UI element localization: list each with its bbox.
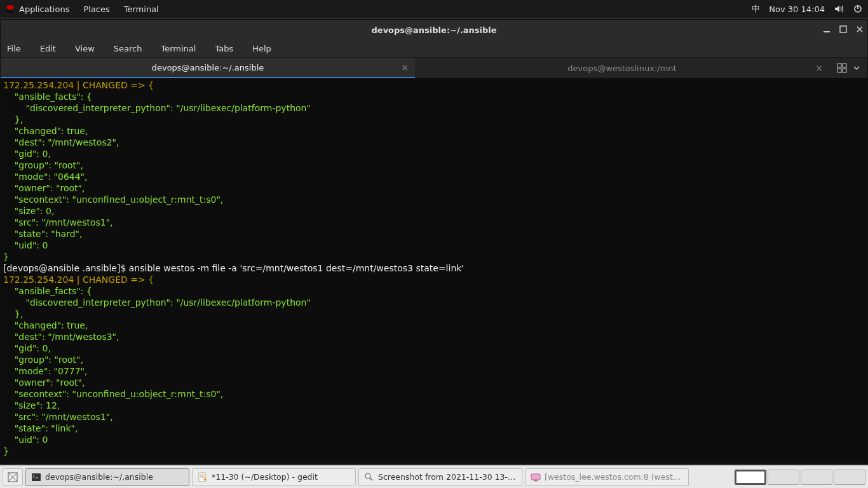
menu-search[interactable]: Search xyxy=(110,43,146,55)
gedit-icon xyxy=(198,472,208,482)
image-viewer-icon xyxy=(364,472,374,482)
task-terminal[interactable]: devops@ansible:~/.ansible xyxy=(25,468,189,486)
svg-rect-1 xyxy=(857,5,858,9)
tab-menu-chevron-icon[interactable] xyxy=(853,65,860,71)
clock[interactable]: Nov 30 14:04 xyxy=(769,4,825,14)
tab-ansible[interactable]: devops@ansible:~/.ansible × xyxy=(1,58,415,78)
vnc-icon xyxy=(531,472,541,482)
task-label: [westos_lee.westos.com:8 (westos)… xyxy=(545,472,683,482)
terminal-tabbar: devops@ansible:~/.ansible × devops@westo… xyxy=(1,58,867,78)
task-screenshot[interactable]: Screenshot from 2021-11-30 13-4… xyxy=(358,468,522,486)
show-desktop-icon xyxy=(8,472,18,482)
svg-rect-12 xyxy=(531,474,540,480)
menu-view[interactable]: View xyxy=(71,43,98,55)
terminal-icon xyxy=(31,472,41,482)
ansible-result-body: "ansible_facts": { "discovered_interpret… xyxy=(3,92,311,262)
task-vnc[interactable]: [westos_lee.westos.com:8 (westos)… xyxy=(525,468,689,486)
menu-help[interactable]: Help xyxy=(248,43,275,55)
desktop-topbar: Applications Places Terminal 中 Nov 30 14… xyxy=(0,0,868,18)
volume-icon[interactable] xyxy=(834,4,844,14)
shell-prompt: [devops@ansible .ansible]$ xyxy=(3,263,129,273)
redhat-icon xyxy=(5,4,15,14)
task-gedit[interactable]: *11-30 (~/Desktop) - gedit xyxy=(192,468,356,486)
ansible-result-header: 172.25.254.204 | CHANGED => { xyxy=(3,274,154,285)
tab-label: devops@westoslinux:/mnt xyxy=(567,64,676,73)
show-desktop-button[interactable] xyxy=(3,468,23,486)
window-title: devops@ansible:~/.ansible xyxy=(372,25,497,35)
tab-overview-icon[interactable] xyxy=(837,63,847,73)
workspace-switcher xyxy=(735,470,865,485)
svg-rect-13 xyxy=(534,480,538,482)
menu-terminal-app[interactable]: Terminal xyxy=(124,4,159,14)
workspace-1[interactable] xyxy=(735,470,766,485)
svg-rect-6 xyxy=(837,69,841,72)
svg-point-11 xyxy=(365,473,370,478)
desktop-taskbar: devops@ansible:~/.ansible *11-30 (~/Desk… xyxy=(0,465,868,488)
menu-tabs[interactable]: Tabs xyxy=(211,43,237,55)
terminal-menubar: File Edit View Search Terminal Tabs Help xyxy=(1,40,867,58)
ime-indicator[interactable]: 中 xyxy=(752,3,760,15)
close-button[interactable] xyxy=(856,25,864,35)
ansible-result-body: "ansible_facts": { "discovered_interpret… xyxy=(3,286,311,456)
task-label: Screenshot from 2021-11-30 13-4… xyxy=(378,472,517,482)
maximize-button[interactable] xyxy=(839,25,847,35)
tab-close-icon[interactable]: × xyxy=(401,62,409,72)
task-label: *11-30 (~/Desktop) - gedit xyxy=(212,472,318,482)
menu-applications[interactable]: Applications xyxy=(19,4,69,14)
svg-rect-5 xyxy=(843,64,846,67)
workspace-4[interactable] xyxy=(834,470,865,485)
minimize-button[interactable] xyxy=(823,25,831,35)
menu-places[interactable]: Places xyxy=(83,4,109,14)
tab-westoslinux[interactable]: devops@westoslinux:/mnt × xyxy=(415,58,829,78)
tab-label: devops@ansible:~/.ansible xyxy=(152,63,264,72)
power-icon[interactable] xyxy=(853,4,863,14)
menu-edit[interactable]: Edit xyxy=(36,43,60,55)
terminal-window: devops@ansible:~/.ansible File Edit View… xyxy=(0,19,868,464)
task-label: devops@ansible:~/.ansible xyxy=(45,472,153,482)
svg-rect-4 xyxy=(837,64,841,67)
workspace-3[interactable] xyxy=(801,470,832,485)
window-titlebar[interactable]: devops@ansible:~/.ansible xyxy=(1,20,867,40)
svg-rect-3 xyxy=(840,26,846,32)
svg-rect-9 xyxy=(32,473,41,481)
workspace-2[interactable] xyxy=(768,470,799,485)
svg-rect-2 xyxy=(824,31,830,32)
menu-file[interactable]: File xyxy=(3,43,25,55)
menu-terminal[interactable]: Terminal xyxy=(157,43,200,55)
ansible-result-header: 172.25.254.204 | CHANGED => { xyxy=(3,80,154,90)
tab-close-icon[interactable]: × xyxy=(815,63,823,73)
terminal-content[interactable]: 172.25.254.204 | CHANGED => { "ansible_f… xyxy=(1,78,867,463)
shell-command: ansible westos -m file -a 'src=/mnt/west… xyxy=(129,263,464,273)
svg-rect-7 xyxy=(843,69,846,72)
